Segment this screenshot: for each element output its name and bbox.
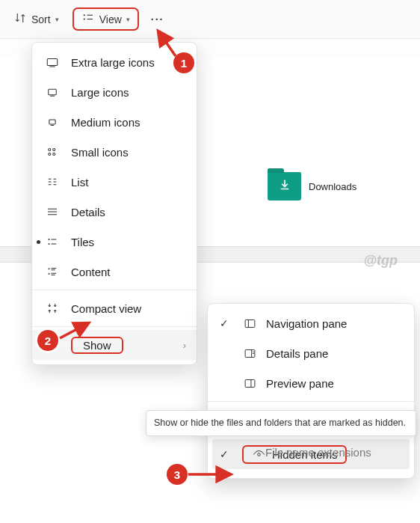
svg-point-27 [49,268,50,269]
menu-item-label: Large icons [71,86,129,99]
chevron-right-icon: › [183,340,186,351]
submenu-item-label: Navigation pane [266,317,347,330]
menu-item-label: Extra large icons [71,56,155,69]
medium-icons-icon [44,115,61,129]
menu-item-tiles[interactable]: Tiles [32,227,197,257]
tooltip-text: Show or hide the files and folders that … [154,418,406,428]
svg-rect-4 [47,59,58,66]
extra-large-icons-icon [44,55,61,69]
menu-item-extra-large-icons[interactable]: Extra large icons [32,47,197,77]
svg-rect-33 [245,319,255,327]
annotation-badge-2: 2 [37,330,58,351]
navigation-pane-icon [242,317,257,330]
compact-view-icon [44,302,61,315]
hidden-items-icon [251,448,266,461]
list-icon [44,175,61,189]
menu-item-small-icons[interactable]: Small icons [32,137,197,167]
check-icon: ✓ [220,317,233,329]
svg-point-13 [53,153,55,156]
menu-item-label: Compact view [71,302,141,315]
details-icon [44,205,61,218]
view-menu: Extra large icons Large icons Medium ico… [31,42,197,365]
menu-item-label: Tiles [71,236,94,248]
svg-point-41 [257,453,260,456]
sort-button[interactable]: Sort ▾ [7,8,65,30]
submenu-item-details-pane[interactable]: Details pane [208,338,414,368]
submenu-separator [208,401,414,402]
menu-item-list[interactable]: List [32,167,197,197]
download-arrow-icon [278,178,291,194]
submenu-item-file-name-extensions[interactable]: File name extensions [265,446,371,459]
large-icons-icon [44,85,61,99]
svg-point-25 [49,243,50,245]
svg-point-12 [49,153,51,156]
selected-dot-icon [37,240,40,244]
folder-icon [268,172,301,201]
menu-item-label: Medium icons [71,116,140,129]
submenu-item-preview-pane[interactable]: Preview pane [208,368,414,398]
svg-rect-8 [49,120,55,124]
menu-item-label: Show [83,339,111,352]
sort-label: Sort [31,13,51,25]
submenu-item-navigation-pane[interactable]: ✓ Navigation pane [208,308,414,338]
annotation-badge-1: 1 [173,52,194,73]
svg-point-30 [49,273,50,275]
chevron-down-icon: ▾ [126,16,130,23]
svg-point-0 [83,14,84,16]
folder-label: Downloads [309,181,356,192]
view-button[interactable]: View ▾ [72,7,139,31]
menu-separator [32,290,197,290]
svg-point-11 [53,149,55,151]
view-label: View [99,13,122,25]
svg-rect-6 [49,89,57,95]
svg-point-23 [49,239,50,240]
menu-item-large-icons[interactable]: Large icons [32,77,197,107]
submenu-item-label: File name extensions [265,446,371,459]
watermark: @tgp [363,253,398,269]
menu-item-label: List [71,176,88,189]
menu-item-content[interactable]: Content [32,257,197,287]
menu-separator [32,326,197,327]
menu-item-compact-view[interactable]: Compact view [32,293,197,323]
sort-icon [13,11,27,27]
chevron-down-icon: ▾ [55,16,59,23]
tiles-icon [44,235,61,248]
small-icons-icon [44,145,61,159]
content-icon [44,265,61,278]
menu-item-label: Details [71,206,105,218]
details-pane-icon [242,347,257,360]
more-button[interactable]: ··· [146,13,169,25]
folder-item-downloads[interactable]: Downloads [268,172,356,201]
submenu-item-label: Preview pane [266,377,334,390]
toolbar: Sort ▾ View ▾ ··· [0,0,420,39]
svg-point-1 [83,18,84,19]
menu-item-label: Content [71,266,111,278]
view-icon [81,11,95,27]
check-icon: ✓ [220,448,233,460]
preview-pane-icon [242,377,257,390]
menu-item-details[interactable]: Details [32,197,197,227]
menu-item-label: Small icons [71,146,129,159]
svg-rect-39 [245,379,255,387]
annotation-badge-3: 3 [167,464,188,485]
svg-point-10 [49,149,51,151]
menu-item-medium-icons[interactable]: Medium icons [32,107,197,137]
submenu-item-label: Details pane [266,347,328,360]
tooltip: Show or hide the files and folders that … [146,410,416,436]
